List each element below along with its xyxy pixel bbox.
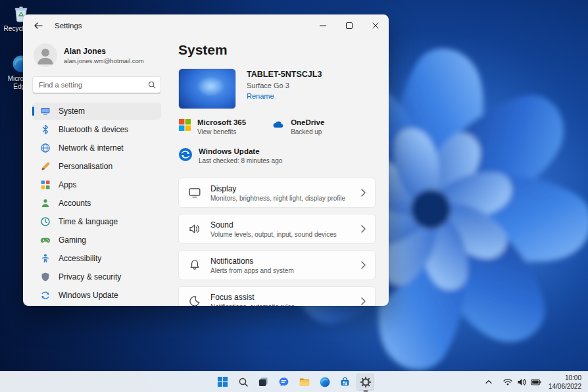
close-button[interactable]: [362, 14, 389, 37]
apps-grid-icon: [40, 180, 51, 190]
update-circle-icon: [178, 147, 193, 162]
search-icon: [238, 377, 249, 387]
sidebar-item-label: Windows Update: [59, 291, 118, 300]
taskbar-search-button[interactable]: [234, 374, 252, 391]
card-notifications[interactable]: Notifications Alerts from apps and syste…: [178, 250, 376, 280]
speaker-outline-icon: [188, 222, 201, 235]
account-status-row: Microsoft 365 View benefits OneDrive Bac…: [178, 118, 376, 138]
shield-icon: [40, 272, 51, 282]
tray-expand-button[interactable]: [481, 374, 496, 391]
monitor-icon: [40, 106, 51, 116]
profile-name: Alan Jones: [64, 47, 144, 56]
moon-outline-icon: [188, 295, 201, 306]
close-icon: [372, 22, 379, 29]
settings-taskbar-button[interactable]: [356, 374, 374, 391]
sidebar-item-accessibility[interactable]: Accessibility: [32, 250, 161, 267]
card-subtitle: Alerts from apps and system: [210, 267, 294, 274]
accessibility-person-icon: [40, 253, 51, 264]
quick-settings-button[interactable]: [500, 374, 545, 391]
settings-cards: Display Monitors, brightness, night ligh…: [178, 178, 376, 306]
gear-icon: [360, 376, 372, 388]
minimize-button[interactable]: [310, 14, 336, 37]
gamepad-icon: [40, 235, 51, 245]
settings-window: Settings: [23, 14, 389, 306]
microsoft-logo-icon: [178, 118, 191, 132]
store-button[interactable]: [336, 374, 354, 391]
onedrive-cloud-icon: [271, 118, 285, 132]
store-bag-icon: [339, 376, 351, 387]
desktop: Recycle Bin Microsoft Edge Settings: [0, 0, 588, 392]
chevron-right-icon: [361, 297, 366, 305]
sidebar-item-bluetooth-devices[interactable]: Bluetooth & devices: [32, 121, 161, 138]
profile-email: alan.jones.wm@hotmail.com: [64, 57, 144, 64]
device-thumbnail: [178, 68, 236, 109]
titlebar[interactable]: Settings: [23, 14, 389, 37]
monitor-outline-icon: [188, 186, 201, 199]
sidebar-item-personalisation[interactable]: Personalisation: [32, 158, 161, 175]
sidebar-item-label: Bluetooth & devices: [59, 125, 128, 134]
card-subtitle: Notifications, automatic rules: [210, 303, 295, 306]
clock[interactable]: 10:00 14/06/2022: [545, 374, 585, 391]
sidebar-item-label: Accounts: [59, 199, 91, 208]
arrow-left-icon: [34, 22, 43, 30]
sidebar-item-label: Accessibility: [59, 254, 101, 263]
device-summary: TABLET-5NTSCJL3 Surface Go 3 Rename: [178, 68, 376, 109]
bluetooth-icon: [40, 124, 51, 135]
taskbar: 10:00 14/06/2022: [0, 371, 588, 392]
search-input[interactable]: [32, 76, 161, 93]
taskbar-center: [214, 372, 374, 392]
maximize-button[interactable]: [336, 14, 362, 37]
maximize-icon: [346, 22, 353, 29]
edge-button[interactable]: [316, 374, 333, 391]
search-box: [32, 76, 161, 93]
settings-nav: System Bluetooth & devices Network & int…: [32, 103, 161, 304]
card-title: Notifications: [210, 257, 294, 266]
chat-button[interactable]: [275, 374, 293, 391]
status-title: Microsoft 365: [197, 118, 246, 126]
system-tray: 10:00 14/06/2022: [481, 372, 585, 392]
clock-icon: [40, 216, 51, 227]
sidebar-item-label: Gaming: [59, 235, 86, 245]
card-sound[interactable]: Sound Volume levels, output, input, soun…: [178, 214, 376, 244]
sidebar-item-label: System: [59, 107, 85, 116]
device-model: Surface Go 3: [247, 82, 322, 89]
card-display[interactable]: Display Monitors, brightness, night ligh…: [178, 178, 376, 208]
card-focus-assist[interactable]: Focus assist Notifications, automatic ru…: [178, 286, 376, 306]
card-title: Display: [210, 184, 345, 193]
chevron-right-icon: [361, 225, 366, 233]
clock-date: 14/06/2022: [549, 382, 581, 391]
settings-sidebar: Alan Jones alan.jones.wm@hotmail.com: [23, 37, 168, 306]
card-title: Focus assist: [210, 293, 295, 302]
sidebar-item-privacy-security[interactable]: Privacy & security: [32, 268, 161, 285]
battery-icon: [531, 379, 541, 385]
microsoft-365-status[interactable]: Microsoft 365 View benefits: [178, 118, 246, 138]
chat-bubble-icon: [278, 376, 289, 387]
sidebar-item-label: Time & language: [59, 217, 118, 226]
sidebar-item-accounts[interactable]: Accounts: [32, 195, 161, 212]
globe-icon: [40, 143, 51, 153]
sidebar-item-windows-update[interactable]: Windows Update: [32, 287, 161, 304]
avatar: [34, 43, 57, 67]
rename-link[interactable]: Rename: [247, 92, 322, 100]
sidebar-item-apps[interactable]: Apps: [32, 176, 161, 193]
file-explorer-button[interactable]: [295, 374, 313, 391]
status-title: OneDrive: [291, 118, 324, 126]
card-title: Sound: [210, 220, 337, 230]
task-view-button[interactable]: [255, 374, 272, 391]
sidebar-item-system[interactable]: System: [32, 103, 161, 120]
paintbrush-icon: [40, 161, 51, 172]
back-button[interactable]: [28, 17, 48, 34]
view-benefits-link[interactable]: View benefits: [197, 128, 246, 135]
windows-update-status[interactable]: Windows Update Last checked: 8 minutes a…: [178, 147, 376, 167]
bell-outline-icon: [188, 258, 201, 272]
sidebar-item-gaming[interactable]: Gaming: [32, 232, 161, 249]
status-title: Windows Update: [199, 147, 282, 155]
start-button[interactable]: [214, 374, 232, 391]
task-view-icon: [258, 376, 269, 387]
onedrive-status[interactable]: OneDrive Backed up: [271, 118, 324, 138]
user-profile[interactable]: Alan Jones alan.jones.wm@hotmail.com: [32, 42, 161, 68]
edge-icon: [319, 376, 331, 388]
sidebar-item-network-internet[interactable]: Network & internet: [32, 139, 161, 157]
system-page: System TABLET-5NTSCJL3 Surface Go 3 Rena…: [168, 37, 389, 306]
sidebar-item-time-language[interactable]: Time & language: [32, 213, 161, 230]
